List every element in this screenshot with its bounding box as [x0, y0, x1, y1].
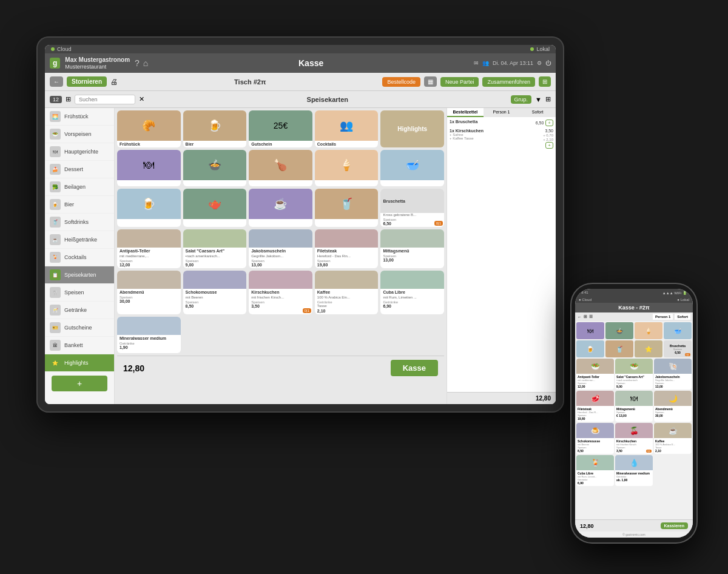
sidebar-item-dessert[interactable]: 🍰 Dessert — [45, 161, 114, 178]
tab-sofort[interactable]: Sofort — [519, 108, 556, 117]
neue-partei-button[interactable]: Neue Partei — [440, 77, 479, 87]
category-card-bier[interactable]: 🍺 Bier — [183, 110, 247, 147]
bestellcode-button[interactable]: Bestellcode — [382, 77, 420, 87]
sidebar-item-cocktails[interactable]: 🍹 Cocktails — [45, 249, 114, 266]
item-card-kaffee[interactable]: Kaffee 100 % Arabica Ein... Getränke Tas… — [315, 271, 379, 314]
notification-icon[interactable]: ✉ — [474, 60, 479, 66]
home-icon[interactable]: ⌂ — [143, 58, 148, 68]
help-icon[interactable]: ? — [135, 58, 140, 68]
barcode-icon-btn[interactable]: ▦ — [424, 76, 437, 87]
item-card-salat[interactable]: Salat "Caesars Art" •nach amerikanisch..… — [183, 229, 247, 268]
sidebar-item-vorspeisen[interactable]: 🥗 Vorspeisen — [45, 126, 114, 143]
menu-img-card-3[interactable]: 🍗 — [249, 150, 312, 186]
phone-grid-icon[interactable]: ⊞ — [584, 314, 587, 319]
gutscheine-icon: 🎫 — [50, 322, 61, 333]
phone-item-kirschkuchen[interactable]: 🍒 Kirschkuchen mit frischen Kirsch Speis… — [615, 423, 653, 454]
item-card-cuba-libre[interactable]: Cuba Libre mit Rum, Limetten ... Getränk… — [380, 271, 444, 314]
settings-icon[interactable]: ⚙ — [537, 60, 542, 66]
phone-card-cat-5[interactable]: 🍺 — [576, 340, 604, 357]
sidebar-item-gutscheine[interactable]: 🎫 Gutscheine — [45, 319, 114, 337]
search-bar: 12 ⊞ ✕ Speisekarten Grup. ▼ ⊞ — [45, 91, 556, 108]
sidebar-item-getranke[interactable]: 🥂 Getränke — [45, 302, 114, 319]
grid-view-icon[interactable]: ⊞ — [66, 95, 71, 103]
sidebar-item-speisen[interactable]: 🍴 Speisen — [45, 284, 114, 302]
phone-kasse-button[interactable]: Kassieren — [661, 522, 688, 529]
bier-icon: 🍺 — [50, 199, 61, 210]
view-toggle-icon[interactable]: ⊞ — [545, 95, 551, 103]
add-category-button[interactable]: + — [52, 376, 107, 391]
menu-img-card-6[interactable]: 🍺 — [117, 189, 181, 227]
phone-item-mittagsmenu[interactable]: 🍽 Mittagsmenü Speisen € 13,00 — [615, 391, 653, 422]
filter-icon[interactable]: ▼ — [535, 96, 542, 103]
tab-bestellzettel[interactable]: Bestellzettel — [447, 108, 484, 117]
sidebar-item-bankett[interactable]: 🏛 Bankett — [45, 337, 114, 354]
menu-img-card-5[interactable]: 🥣 — [380, 150, 444, 186]
phone-item-mineralwasser[interactable]: 💧 Mineralwasser medium Getränke ab. 1,90 — [615, 455, 653, 486]
power-icon[interactable]: ⏻ — [545, 60, 551, 66]
item-card-antipasti[interactable]: Antipasti-Teller mit mediterrane,... Spe… — [117, 229, 181, 268]
order-item-bruschetta[interactable]: 1x Bruschetta 6,50 + — [450, 120, 553, 126]
phone-item-kaffee[interactable]: ☕ Kaffee 100 % Arabica E... Tasse 2,10 — [654, 423, 692, 454]
menu-img-card-4[interactable]: 🍦 — [315, 150, 379, 186]
print-icon-btn[interactable]: 🖨 — [110, 78, 118, 86]
sidebar-item-bier[interactable]: 🍺 Bier — [45, 196, 114, 214]
sidebar-item-speisekarten[interactable]: 📋 Speisekarten — [45, 266, 114, 284]
add-bruschetta-button[interactable]: + — [545, 120, 553, 126]
phone-item-abendmenu[interactable]: 🌙 Abendmenü Speisen 30,00 — [654, 391, 692, 422]
category-card-highlights[interactable]: Highlights — [380, 110, 444, 147]
sidebar-item-highlights[interactable]: ⭐ Highlights — [45, 354, 114, 372]
action-icon-btn[interactable]: ⊞ — [539, 76, 551, 87]
phone-item-jakobs[interactable]: 🐚 Jakobsmuscheln Gegrillte Jakobs... Spe… — [654, 359, 692, 390]
stornieren-button[interactable]: Stornieren — [67, 76, 107, 87]
phone-tab-sofort[interactable]: Sofort — [675, 314, 690, 320]
item-card-bruschetta[interactable]: Bruschetta Kross gebratene B... Speisen … — [380, 189, 444, 227]
phone-tab-person1[interactable]: Person 1 — [653, 314, 673, 320]
phone-card-cat-3[interactable]: 🍦 — [635, 322, 662, 339]
clear-search-icon[interactable]: ✕ — [139, 95, 144, 103]
item-card-abendmenu[interactable]: Abendmenü Speisen 30,00 — [117, 271, 181, 314]
phone-card-cat-7[interactable]: ⭐ — [635, 340, 662, 357]
search-input[interactable] — [75, 95, 135, 104]
phone-item-cuba[interactable]: 🍹 Cuba Libre mit Rum, Limett... Getränke… — [576, 455, 614, 486]
menu-img-card-2[interactable]: 🍲 — [183, 150, 247, 186]
phone-card-cat-1[interactable]: 🍽 — [576, 322, 604, 339]
item-card-schokomousse[interactable]: Schokomousse mit Beeren Speisen 8,50 — [183, 271, 247, 314]
add-kirschkuchen-button[interactable]: + — [545, 142, 553, 149]
category-card-fruhstuck[interactable]: 🥐 Frühstück — [117, 110, 181, 147]
phone-card-cat-2[interactable]: 🍲 — [605, 322, 633, 339]
zusammenfuhren-button[interactable]: Zusammenführen — [482, 77, 535, 87]
item-card-kirschkuchen[interactable]: Kirschkuchen mit frischen Kirsch... Spei… — [249, 271, 312, 314]
cloud-status-dot — [51, 47, 55, 51]
order-item-kirschkuchen[interactable]: 1x Kirschkuchen + Sahne + Kaffee Tasse 3… — [450, 129, 553, 149]
sidebar-item-softdrinks[interactable]: 🥤 Softdrinks — [45, 214, 114, 231]
item-card-filetsteak[interactable]: Filetsteak Hereford - Das Rin... Speisen… — [315, 229, 379, 268]
back-button[interactable]: ← — [50, 76, 63, 87]
category-card-cocktails[interactable]: 👥 Cocktails — [315, 110, 379, 147]
category-card-gutschein[interactable]: 25€ Gutschein — [249, 110, 312, 147]
phone-list-icon[interactable]: ☰ — [589, 314, 593, 319]
users-icon[interactable]: 👥 — [482, 60, 489, 66]
phone-card-bruschetta[interactable]: Bruschetta Speisen 6,50 0|1 — [664, 340, 692, 357]
phone-item-schokomousse[interactable]: 🍮 Schokomousse mit Beeren Speisen 8,50 — [576, 423, 614, 454]
item-card-mineralwasser[interactable]: Mineralwasser medium Getränke 1,90 — [117, 317, 181, 353]
tab-person1[interactable]: Person 1 — [484, 108, 520, 117]
phone-back-icon[interactable]: ← — [578, 315, 582, 319]
sidebar-item-beilagen[interactable]: 🥦 Beilagen — [45, 178, 114, 196]
item-card-jakobsmuscheln[interactable]: Jakobsmuscheln Gegrillte Jakobsm... Spei… — [249, 229, 312, 268]
phone-item-salat[interactable]: 🥗 Salat "Caesars Art" •nach amerikanisch… — [615, 359, 653, 390]
kasse-button[interactable]: Kasse — [391, 360, 438, 376]
order-item-kirschkuchen-price: 3,50 — [545, 129, 553, 133]
menu-img-card-7[interactable]: 🫖 — [183, 189, 247, 227]
sidebar-item-fruhstuck[interactable]: 🌅 Frühstück — [45, 108, 114, 126]
phone-card-cat-4[interactable]: 🥣 — [664, 322, 692, 339]
phone-item-filetsteak[interactable]: 🥩 Filetsteak Hereford - Das R... Speisen… — [576, 391, 614, 422]
menu-img-card-8[interactable]: ☕ — [249, 189, 312, 227]
grup-button[interactable]: Grup. — [511, 95, 532, 104]
sidebar-item-heissgetranke[interactable]: ☕ Heißgetränke — [45, 231, 114, 249]
menu-img-card-1[interactable]: 🍽 — [117, 150, 181, 186]
menu-img-card-9[interactable]: 🥤 — [315, 189, 379, 227]
phone-item-antipasti[interactable]: 🥗 Antipasti-Teller mit mediterran... Spe… — [576, 359, 614, 390]
sidebar-item-hauptgerichte[interactable]: 🍽 Hauptgerichte — [45, 143, 114, 161]
phone-card-cat-6[interactable]: 🥤 — [605, 340, 633, 357]
item-card-mittagsmenu[interactable]: Mittagsmenü Speisen 13,00 — [380, 229, 444, 268]
